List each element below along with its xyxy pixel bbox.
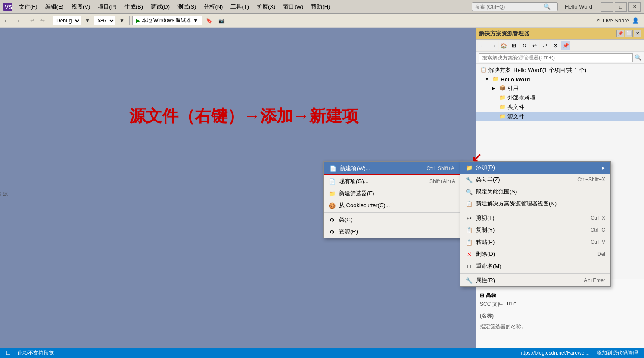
tree-external-label: 外部依赖项 xyxy=(507,94,535,102)
section-label: 高级 xyxy=(486,292,496,299)
close-button[interactable]: ✕ xyxy=(628,2,641,12)
cm-cut-label: 剪切(T) xyxy=(476,214,587,222)
se-layout-btn[interactable]: ⊞ xyxy=(509,41,519,50)
run-label: 本地 Windows 调试器 xyxy=(142,17,191,24)
run-dropdown-icon: ▼ xyxy=(193,18,198,24)
cm-cookiecutter[interactable]: 🍪 从 Cookiecutter(C)... xyxy=(324,199,460,212)
cm-paste-label: 粘贴(P) xyxy=(476,238,587,246)
cm-add-arrow: ▶ xyxy=(602,165,605,170)
se-float-button[interactable]: ⬜ xyxy=(625,30,633,37)
menu-tools[interactable]: 工具(T) xyxy=(227,2,252,12)
menu-extensions[interactable]: 扩展(X) xyxy=(253,2,279,12)
se-back-btn[interactable]: ← xyxy=(478,41,488,50)
se-undo-btn[interactable]: ↩ xyxy=(530,41,539,50)
status-source-control[interactable]: 添加到源代码管理 xyxy=(594,348,641,358)
maximize-button[interactable]: □ xyxy=(615,2,627,12)
cm-delete-icon: ✕ xyxy=(466,251,473,258)
platform-arrow[interactable]: ▼ xyxy=(117,16,127,26)
scc-key: SCC 文件 xyxy=(480,301,503,308)
back-button[interactable]: ← xyxy=(2,16,11,26)
search-box[interactable]: 🔍 xyxy=(472,2,558,11)
menu-project[interactable]: 项目(P) xyxy=(94,2,120,12)
sep1 xyxy=(25,16,25,25)
context-menu-add: 📁 添加(D) ▶ 🔧 类向导(Z)... Ctrl+Shift+X 🔍 限定为… xyxy=(460,161,611,287)
tree-source-label: 源文件 xyxy=(507,113,524,121)
cm-delete[interactable]: ✕ 删除(D) Del xyxy=(460,248,610,260)
cm-scope-to[interactable]: 🔍 限定为此范围(S) xyxy=(460,186,610,198)
account-icon[interactable]: 👤 xyxy=(632,17,639,24)
cm-new-filter[interactable]: 📁 新建筛选器(F) xyxy=(324,187,460,199)
se-search-bar[interactable]: 🔍 xyxy=(476,52,644,64)
se-refresh-btn[interactable]: ↻ xyxy=(520,41,529,50)
cm-filter-label: 新建筛选器(F) xyxy=(339,190,455,197)
se-pin2-btn[interactable]: 📌 xyxy=(561,41,570,50)
scc-val: True xyxy=(506,301,516,308)
debug-config-select[interactable]: Debug xyxy=(53,16,81,25)
menu-build[interactable]: 生成(B) xyxy=(121,2,146,12)
cm-copy[interactable]: 📋 复制(Y) Ctrl+C xyxy=(460,224,610,236)
cm-resource[interactable]: ⚙ 资源(R)... xyxy=(324,226,460,238)
debug-config-arrow[interactable]: ▼ xyxy=(83,16,92,26)
minimize-button[interactable]: ─ xyxy=(601,2,613,12)
project-icon: 📁 xyxy=(492,76,499,83)
cm-class[interactable]: ⚙ 类(C)... xyxy=(324,214,460,226)
tree-project[interactable]: ▼ 📁 Hello Word xyxy=(476,75,644,84)
tree-source-files[interactable]: 📁 源文件 xyxy=(476,112,644,121)
cm-cookie-icon: 🍪 xyxy=(329,202,336,209)
bookmark-button[interactable]: 🔖 xyxy=(204,16,215,26)
menu-help[interactable]: 帮助(H) xyxy=(308,2,333,12)
cm-new-item-icon: 📄 xyxy=(330,165,336,172)
cm-paste[interactable]: 📋 粘贴(P) Ctrl+V xyxy=(460,236,610,248)
cm-wizard-label: 类向导(Z)... xyxy=(476,176,574,184)
cm-new-solution-view[interactable]: 📋 新建解决方案资源管理器视图(N) xyxy=(460,198,610,210)
cm-new-item-label: 新建项(W)... xyxy=(340,165,423,172)
cm-paste-icon: 📋 xyxy=(466,239,473,246)
tree-solution-root[interactable]: 📋 解决方案 'Hello Word'(1 个项目/共 1 个) xyxy=(476,65,644,75)
cm-rename[interactable]: □ 重命名(M) xyxy=(460,260,610,272)
se-search-input[interactable] xyxy=(479,53,633,62)
status-url[interactable]: https://blog.csdn.net/Farewel... xyxy=(517,348,592,358)
tree-references[interactable]: ▶ 📦 引用 xyxy=(476,84,644,93)
run-button[interactable]: ▶ 本地 Windows 调试器 ▼ xyxy=(132,16,202,25)
se-forward-btn[interactable]: → xyxy=(488,41,498,50)
se-sync-btn[interactable]: ⇄ xyxy=(540,41,550,50)
se-home-btn[interactable]: 🏠 xyxy=(499,41,508,50)
menu-view[interactable]: 视图(V) xyxy=(68,2,93,12)
cm-class-label: 类(C)... xyxy=(339,216,455,224)
cm-existing-item[interactable]: 📄 现有项(G)... Shift+Alt+A xyxy=(324,175,460,187)
cm-new-item[interactable]: 📄 新建项(W)... Ctrl+Shift+A xyxy=(324,162,460,175)
scc-row: SCC 文件 True xyxy=(480,300,641,309)
se-settings-btn[interactable]: ⚙ xyxy=(551,41,560,50)
cm-class-wizard[interactable]: 🔧 类向导(Z)... Ctrl+Shift+X xyxy=(460,174,610,186)
search-input[interactable] xyxy=(475,4,544,10)
cm-cut[interactable]: ✂ 剪切(T) Ctrl+X xyxy=(460,212,610,224)
tree-external-deps[interactable]: 📁 外部依赖项 xyxy=(476,93,644,103)
cm-cut-icon: ✂ xyxy=(466,215,473,221)
cm-add-menu[interactable]: 📁 添加(D) ▶ xyxy=(460,162,610,174)
cm-properties[interactable]: 🔧 属性(R) Alt+Enter xyxy=(460,274,610,286)
cm-add-icon: 📁 xyxy=(466,164,473,171)
cm-cookie-label: 从 Cookiecutter(C)... xyxy=(339,202,455,209)
platform-select[interactable]: x86 xyxy=(94,16,115,25)
redo-button[interactable]: ↪ xyxy=(38,16,47,26)
menu-analyze[interactable]: 分析(N) xyxy=(200,2,226,12)
menu-debug[interactable]: 调试(D) xyxy=(147,2,173,12)
undo-button[interactable]: ↩ xyxy=(28,16,37,26)
se-close-button[interactable]: ✕ xyxy=(634,30,641,37)
menu-test[interactable]: 测试(S) xyxy=(174,2,199,12)
cm-class-icon: ⚙ xyxy=(329,216,336,223)
status-preview-checkbox[interactable]: ☐ xyxy=(3,348,13,358)
menu-file[interactable]: 文件(F) xyxy=(16,2,41,12)
cm-copy-shortcut: Ctrl+C xyxy=(591,227,605,233)
cm-rename-label: 重命名(M) xyxy=(476,262,605,270)
camera-button[interactable]: 📷 xyxy=(216,16,227,26)
cm-existing-shortcut: Shift+Alt+A xyxy=(429,178,455,184)
forward-button[interactable]: → xyxy=(13,16,22,26)
se-title-controls: 📌 ⬜ ✕ xyxy=(616,30,641,37)
window-controls: ─ □ ✕ xyxy=(601,2,641,12)
menu-edit[interactable]: 编辑(E) xyxy=(42,2,67,12)
tree-header-files[interactable]: 📁 头文件 xyxy=(476,103,644,112)
se-pin-button[interactable]: 📌 xyxy=(616,30,624,37)
liveshare-label[interactable]: Live Share xyxy=(603,17,629,24)
menu-window[interactable]: 窗口(W) xyxy=(280,2,307,12)
